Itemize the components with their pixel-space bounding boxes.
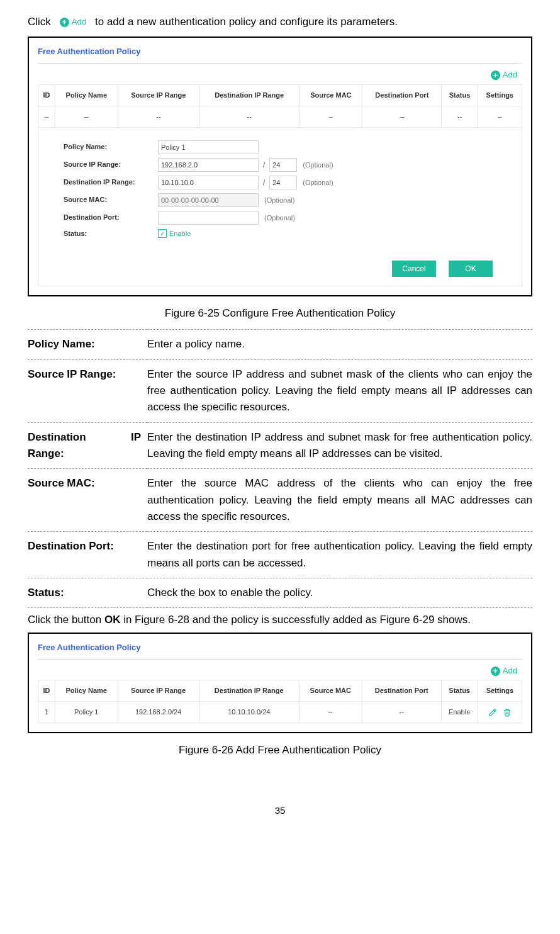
cell-settings (478, 702, 522, 723)
col-dstport: Destination Port (362, 84, 442, 106)
cell-id: 1 (38, 702, 55, 723)
midtext: Click the button OK in Figure 6-28 and t… (28, 612, 532, 628)
def-key: Status: (28, 578, 147, 608)
cell-port: -- (362, 702, 441, 723)
def-row: Source IP Range: Enter the source IP add… (28, 359, 532, 422)
col-id: ID (38, 84, 55, 106)
plus-icon: + (491, 667, 500, 676)
policy-form: Policy Name: Source IP Range: / (Optiona… (38, 128, 522, 286)
figure-caption-2: Figure 6-26 Add Free Authentication Poli… (28, 742, 532, 758)
def-val: Enter the source IP address and subnet m… (147, 359, 532, 422)
configure-policy-screenshot: Free Authentication Policy + Add ID Poli… (28, 37, 532, 296)
add-label-inline: Add (72, 16, 86, 28)
def-key: Destination IP Range: (28, 422, 147, 469)
intro-text: Click + Add to add a new authentication … (28, 14, 532, 30)
page-number: 35 (28, 803, 532, 818)
input-src-mask[interactable] (269, 158, 297, 172)
intro-prefix: Click (28, 14, 51, 30)
status-enable-checkbox[interactable]: ✓ Enable (158, 228, 191, 239)
input-src-mac[interactable] (158, 193, 259, 207)
cell-name: Policy 1 (55, 702, 118, 723)
panel1-title: Free Authentication Policy (38, 44, 522, 64)
def-val: Enter the source MAC address of the clie… (147, 469, 532, 532)
col-status: Status (442, 84, 478, 106)
optional-hint-typo: (Opbonal) (264, 214, 295, 222)
col-srcmac: Source MAC (300, 84, 362, 106)
input-src-ip[interactable] (158, 158, 259, 172)
cell-dst: 10.10.10.0/24 (199, 702, 299, 723)
figure-caption-1: Figure 6-25 Configure Free Authenticatio… (28, 305, 532, 322)
def-row: Status: Check the box to enable the poli… (28, 578, 532, 608)
cell-status: Enable (441, 702, 478, 723)
def-val: Check the box to enable the policy. (147, 578, 532, 608)
col-srcip: Source IP Range (118, 84, 199, 106)
def-key: Policy Name: (28, 330, 147, 359)
add-button-inline[interactable]: + Add (57, 16, 89, 28)
cell-src: 192.168.2.0/24 (118, 702, 199, 723)
col-settings: Settings (478, 84, 522, 106)
panel2-title: Free Authentication Policy (38, 640, 522, 660)
edit-icon[interactable] (488, 708, 499, 716)
def-row: Policy Name: Enter a policy name. (28, 330, 532, 359)
optional-hint: (Optional) (303, 161, 333, 169)
panel2-table: ID Policy Name Source IP Range Destinati… (38, 680, 522, 723)
table-row: 1 Policy 1 192.168.2.0/24 10.10.10.0/24 … (38, 702, 522, 723)
label-policy-name: Policy Name: (64, 142, 152, 152)
label-status: Status: (64, 228, 152, 239)
col-name: Policy Name (55, 84, 118, 106)
cancel-button[interactable]: Cancel (392, 261, 436, 277)
def-key: Source MAC: (28, 469, 147, 532)
status-enable-label: Enable (169, 228, 191, 239)
col-dstip: Destination IP Range (199, 84, 300, 106)
parameter-definitions: Policy Name: Enter a policy name. Source… (28, 329, 532, 608)
panel1-add-button[interactable]: + Add (488, 69, 520, 81)
table-row-empty: -- -- -- -- -- -- -- -- (38, 106, 522, 127)
def-val: Enter a policy name. (147, 330, 532, 359)
def-val: Enter the destination IP address and sub… (147, 422, 532, 469)
panel1-add-label: Add (503, 69, 517, 81)
def-row: Source MAC: Enter the source MAC address… (28, 469, 532, 532)
input-dst-ip[interactable] (158, 176, 259, 189)
added-policy-screenshot: Free Authentication Policy + Add ID Poli… (28, 633, 532, 733)
input-policy-name[interactable] (158, 140, 259, 154)
intro-suffix: to add a new authentication policy and c… (95, 14, 398, 30)
panel2-add-button[interactable]: + Add (488, 665, 520, 677)
plus-icon: + (60, 18, 69, 27)
panel2-add-label: Add (503, 665, 517, 677)
label-dst-ip: Destination IP Range: (64, 177, 152, 188)
input-dst-mask[interactable] (269, 176, 297, 189)
def-row: Destination Port: Enter the destination … (28, 532, 532, 578)
def-key: Source IP Range: (28, 359, 147, 422)
plus-icon: + (491, 70, 500, 80)
optional-hint: (Optional) (303, 179, 333, 186)
cell-mac: -- (299, 702, 362, 723)
def-key: Destination Port: (28, 532, 147, 578)
optional-hint: (Optional) (264, 196, 294, 204)
ok-button[interactable]: OK (449, 261, 493, 277)
check-icon: ✓ (158, 229, 167, 238)
def-row: Destination IP Range: Enter the destinat… (28, 422, 532, 469)
panel1-table: ID Policy Name Source IP Range Destinati… (38, 84, 522, 128)
input-dst-port[interactable] (158, 211, 259, 225)
label-src-ip: Source IP Range: (64, 159, 152, 170)
delete-icon[interactable] (503, 708, 512, 716)
label-dst-port: Destination Port: (64, 212, 152, 223)
label-src-mac: Source MAC: (64, 194, 152, 205)
def-val: Enter the destination port for free auth… (147, 532, 532, 578)
